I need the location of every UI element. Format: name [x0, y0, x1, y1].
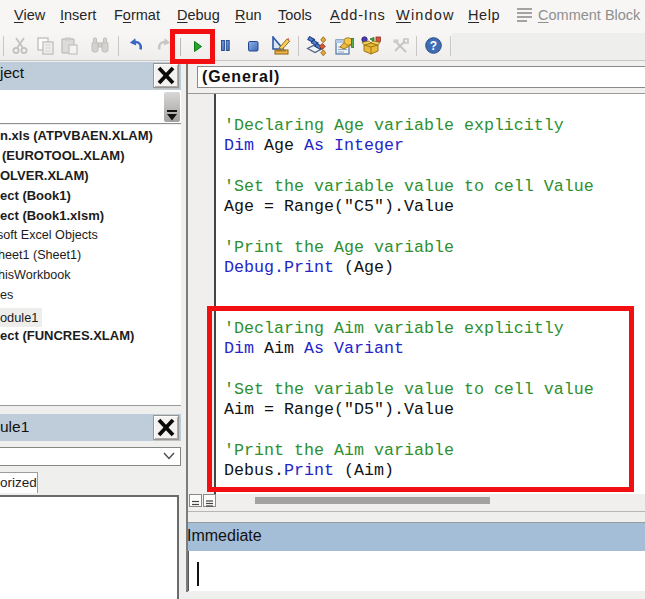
svg-text:?: ? [430, 39, 437, 53]
